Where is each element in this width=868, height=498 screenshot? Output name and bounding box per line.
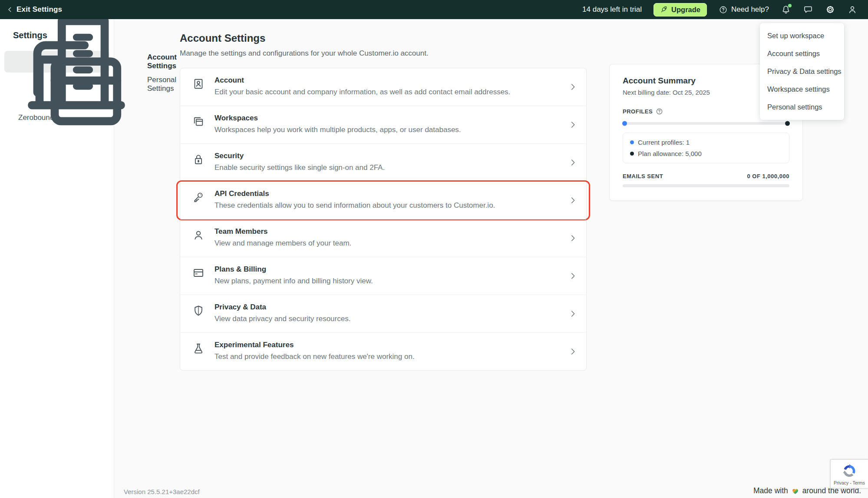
heart-icon — [791, 487, 799, 495]
card-title: Security — [215, 152, 385, 160]
settings-card-privacy-data[interactable]: Privacy & DataView data privacy and secu… — [180, 295, 586, 332]
topbar: Exit Settings 14 days left in trial Upgr… — [0, 0, 868, 19]
profiles-progress-track — [623, 122, 789, 125]
current-profiles-dot — [622, 121, 627, 126]
chevron-right-icon — [568, 309, 578, 319]
exit-settings-button[interactable]: Exit Settings — [6, 4, 62, 15]
sidebar-nav: Account SettingsPersonal Settings — [4, 51, 109, 95]
settings-card-api-credentials[interactable]: API CredentialsThese credentials allow y… — [180, 181, 586, 219]
card-description: These credentials allow you to send info… — [215, 201, 495, 210]
rocket-icon — [660, 6, 668, 13]
credit-card-icon — [192, 266, 205, 279]
card-description: Enable security settings like single sig… — [215, 163, 385, 172]
chevron-right-icon — [568, 347, 578, 356]
sidebar-item-label: Account Settings — [147, 53, 177, 70]
emails-sent-label: EMAILS SENT — [623, 173, 663, 179]
person-icon — [192, 229, 205, 242]
sidebar-item-label: Personal Settings — [147, 76, 176, 93]
help-circle-icon[interactable] — [656, 108, 663, 115]
card-description: Workspaces help you work with multiple p… — [215, 126, 461, 134]
menu-item-personal-settings[interactable]: Personal settings — [760, 98, 844, 116]
settings-card-plans-billing[interactable]: Plans & BillingNew plans, payment info a… — [180, 257, 586, 295]
windows-icon — [11, 19, 142, 149]
card-description: New plans, payment info and billing hist… — [215, 277, 373, 286]
chevron-right-icon — [568, 120, 578, 129]
menu-item-account-settings[interactable]: Account settings — [760, 45, 844, 63]
profiles-label: PROFILES — [623, 108, 653, 115]
menu-item-set-up-workspace[interactable]: Set up workspace — [760, 27, 844, 45]
chevron-right-icon — [568, 233, 578, 243]
recaptcha-badge[interactable]: Privacy - Terms — [830, 459, 868, 488]
recaptcha-logo-icon — [841, 463, 858, 479]
legend-label: Current profiles: 1 — [638, 139, 690, 146]
card-title: Experimental Features — [215, 341, 415, 349]
legend-dot — [630, 140, 634, 144]
made-with-prefix: Made with — [753, 486, 788, 495]
card-title: Workspaces — [215, 114, 461, 123]
emails-progress-track — [623, 184, 789, 187]
legend-item: Current profiles: 1 — [630, 139, 782, 146]
settings-card-security[interactable]: SecurityEnable security settings like si… — [180, 143, 586, 181]
settings-card-list: AccountEdit your basic account and compa… — [180, 68, 587, 371]
card-title: Team Members — [215, 227, 351, 236]
sidebar-item-personal-settings[interactable]: Personal Settings — [4, 73, 109, 95]
menu-item-privacy-data-settings[interactable]: Privacy & Data settings — [760, 63, 844, 80]
card-description: View data privacy and security resources… — [215, 315, 350, 323]
settings-card-account[interactable]: AccountEdit your basic account and compa… — [180, 68, 586, 106]
card-title: Privacy & Data — [215, 303, 350, 312]
settings-card-workspaces[interactable]: WorkspacesWorkspaces help you work with … — [180, 106, 586, 143]
lock-icon — [192, 153, 205, 166]
need-help-label: Need help? — [731, 5, 769, 14]
upgrade-button[interactable]: Upgrade — [653, 3, 707, 17]
profiles-legend: Current profiles: 1Plan allowance: 5,000 — [623, 133, 789, 163]
trial-countdown: 14 days left in trial — [582, 5, 642, 14]
key-icon — [192, 191, 205, 204]
account-dropdown-menu: Set up workspaceAccount settingsPrivacy … — [760, 23, 844, 120]
id-card-icon — [192, 77, 205, 90]
chevron-right-icon — [568, 271, 578, 281]
gear-icon[interactable] — [825, 4, 835, 15]
upgrade-label: Upgrade — [671, 6, 700, 14]
recaptcha-terms-link[interactable]: Privacy - Terms — [834, 480, 865, 485]
card-title: API Credentials — [215, 189, 495, 198]
plan-allowance-dot — [785, 121, 790, 126]
bell-icon[interactable] — [781, 4, 791, 15]
topbar-actions: 14 days left in trial Upgrade Need help? — [582, 3, 858, 17]
card-description: Test and provide feedback on new feature… — [215, 352, 415, 361]
settings-sidebar: Settings Account SettingsPersonal Settin… — [0, 19, 114, 498]
flask-icon — [192, 342, 205, 355]
card-description: View and manage members of your team. — [215, 239, 351, 248]
question-circle-icon — [719, 5, 728, 14]
legend-label: Plan allowance: 5,000 — [638, 150, 702, 157]
chevron-right-icon — [568, 196, 578, 205]
chevron-right-icon — [568, 82, 578, 92]
workspaces-icon — [192, 115, 205, 128]
legend-dot — [630, 152, 634, 156]
exit-settings-label: Exit Settings — [17, 5, 62, 14]
card-description: Edit your basic account and company info… — [215, 88, 510, 96]
chevron-right-icon — [568, 158, 578, 167]
card-title: Account — [215, 76, 510, 85]
chat-icon[interactable] — [803, 4, 813, 15]
legend-item: Plan allowance: 5,000 — [630, 150, 782, 157]
card-title: Plans & Billing — [215, 265, 373, 274]
account-avatar-icon[interactable] — [847, 4, 858, 15]
chevron-left-icon — [6, 4, 14, 15]
menu-item-workspace-settings[interactable]: Workspace settings — [760, 80, 844, 98]
notification-dot — [788, 4, 792, 7]
emails-sent-value: 0 OF 1,000,000 — [747, 173, 789, 179]
settings-card-team-members[interactable]: Team MembersView and manage members of y… — [180, 219, 586, 257]
settings-card-experimental-features[interactable]: Experimental FeaturesTest and provide fe… — [180, 332, 586, 370]
shield-icon — [192, 304, 205, 317]
version-text: Version 25.5.21+3ae22dcf — [124, 488, 200, 495]
need-help-button[interactable]: Need help? — [719, 5, 769, 14]
